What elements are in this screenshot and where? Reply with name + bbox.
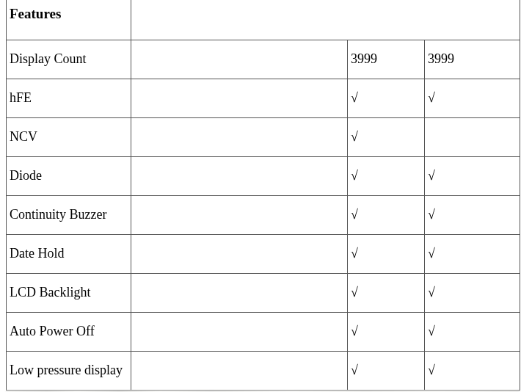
row-col3: √ — [348, 196, 425, 235]
row-col4: √ — [425, 274, 520, 313]
table-row: NCV √ — [7, 118, 520, 157]
row-col4: 3999 — [425, 40, 520, 79]
row-col4: √ — [425, 79, 520, 118]
row-col2 — [131, 313, 348, 352]
row-col2 — [131, 118, 348, 157]
table-row: Diode √ √ — [7, 157, 520, 196]
row-col2 — [131, 79, 348, 118]
features-header: Features — [7, 0, 131, 40]
row-col3: √ — [348, 352, 425, 391]
table-row: hFE √ √ — [7, 79, 520, 118]
row-col3: 3999 — [348, 40, 425, 79]
row-col2 — [131, 157, 348, 196]
row-label: LCD Backlight — [7, 274, 131, 313]
row-col2 — [131, 274, 348, 313]
row-col4: √ — [425, 157, 520, 196]
row-label: Auto Power Off — [7, 313, 131, 352]
row-col3: √ — [348, 79, 425, 118]
row-col2 — [131, 352, 348, 391]
row-col2 — [131, 196, 348, 235]
table-row: Auto Power Off √ √ — [7, 313, 520, 352]
table-row: Continuity Buzzer √ √ — [7, 196, 520, 235]
features-table: Features Display Count 3999 3999 hFE √ √… — [6, 0, 520, 391]
table-row: Date Hold √ √ — [7, 235, 520, 274]
row-label: NCV — [7, 118, 131, 157]
table-header-row: Features — [7, 0, 520, 40]
row-label: Display Count — [7, 40, 131, 79]
row-col3: √ — [348, 235, 425, 274]
table-row: Low pressure display √ √ — [7, 352, 520, 391]
row-label: Date Hold — [7, 235, 131, 274]
row-col4 — [425, 118, 520, 157]
row-label: hFE — [7, 79, 131, 118]
row-col3: √ — [348, 157, 425, 196]
row-col4: √ — [425, 196, 520, 235]
features-header-blank — [131, 0, 520, 40]
row-col3: √ — [348, 313, 425, 352]
row-col2 — [131, 235, 348, 274]
table-row: Display Count 3999 3999 — [7, 40, 520, 79]
row-col2 — [131, 40, 348, 79]
row-label: Diode — [7, 157, 131, 196]
row-label: Continuity Buzzer — [7, 196, 131, 235]
row-col4: √ — [425, 352, 520, 391]
row-col3: √ — [348, 118, 425, 157]
row-col4: √ — [425, 313, 520, 352]
row-label: Low pressure display — [7, 352, 131, 391]
row-col4: √ — [425, 235, 520, 274]
table-row: LCD Backlight √ √ — [7, 274, 520, 313]
row-col3: √ — [348, 274, 425, 313]
